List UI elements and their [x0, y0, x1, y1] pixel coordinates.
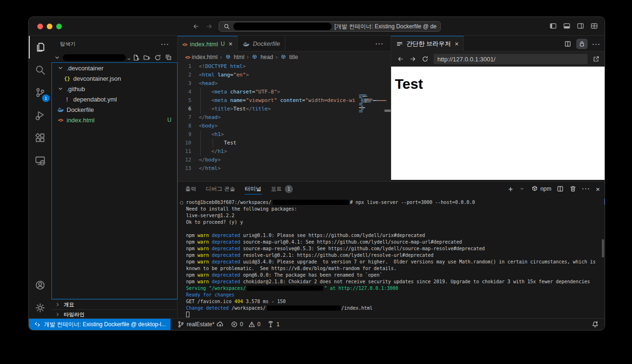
line-number: 11 [178, 147, 199, 156]
activity-source-control-button[interactable]: 1 [29, 81, 51, 104]
panel-tab-터미널[interactable]: 터미널 [245, 182, 261, 196]
code-line-4: 4 <meta charset="UTF-8"> [178, 88, 356, 96]
warning-icon [248, 321, 256, 328]
terminal-line: known to be problematic. See https://v8.… [178, 265, 601, 272]
toggle-secondary-sidebar-icon[interactable] [577, 22, 584, 30]
simple-browser-group: 간단한 브라우저 × ··· http://127.0.0.1:3001/ Te… [391, 36, 605, 181]
command-decoration-icon [180, 201, 183, 204]
minimize-window-button[interactable] [47, 24, 52, 29]
tree-item-Dockerfile[interactable]: Dockerfile [52, 104, 177, 115]
open-external-icon[interactable] [592, 55, 600, 63]
branch-status-item[interactable]: realEstate* [177, 321, 224, 328]
activity-run-debug-button[interactable] [29, 104, 51, 127]
terminal-line: npm warn deprecated source-map-url@0.4.1… [178, 239, 601, 245]
customize-layout-icon[interactable] [590, 22, 598, 30]
terminal-line: GET /favicon.ico 404 3.578 ms - 150 [178, 298, 601, 305]
collapse-folders-icon[interactable] [165, 54, 172, 61]
settings-button[interactable] [29, 296, 51, 319]
terminal-output[interactable]: root@1bceb0b3f607:/workspaces/# npx live… [178, 198, 601, 318]
activity-remote-explorer-button[interactable] [29, 149, 51, 172]
problems-status-item[interactable]: 0 0 [231, 321, 260, 328]
breadcrumb-item-head[interactable]: head [251, 53, 273, 61]
new-terminal-icon[interactable]: + [508, 185, 513, 193]
tab-Dockerfile[interactable]: Dockerfile [238, 36, 285, 51]
explorer-more-actions-icon[interactable]: ··· [161, 41, 170, 48]
zoom-window-button[interactable] [56, 24, 62, 29]
code-editor[interactable]: 1<!DOCTYPE html>2<html lang="en">3<head>… [178, 62, 391, 181]
command-center-search[interactable]: [개발 컨테이너: Existing Dockerfile @ desktop-… [219, 21, 441, 32]
kill-terminal-icon[interactable] [569, 185, 577, 193]
remote-indicator[interactable]: 개발 컨테이너: Existing Dockerfile @ desktop-l… [29, 319, 171, 330]
line-number: 12 [178, 156, 199, 164]
activity-extensions-button[interactable] [29, 127, 51, 149]
forward-arrow-icon[interactable] [205, 23, 213, 30]
url-input[interactable]: http://127.0.0.1:3001/ [434, 54, 588, 64]
account-icon [34, 279, 46, 291]
minimap[interactable] [357, 90, 385, 181]
panel-tab-출력[interactable]: 출력 [185, 182, 196, 196]
back-arrow-icon[interactable] [192, 23, 200, 30]
panel-more-actions-icon[interactable]: ··· [582, 186, 590, 192]
breadcrumb-item-index.html[interactable]: <>index.html [185, 54, 218, 60]
toggle-sidebar-icon[interactable] [549, 22, 557, 30]
tab-simple-browser[interactable]: 간단한 브라우저 × [391, 36, 464, 51]
new-folder-icon[interactable] [143, 54, 151, 61]
browser-back-icon[interactable] [397, 55, 404, 63]
terminal-profile-dropdown-icon[interactable] [520, 186, 524, 191]
html-file-icon: <> [182, 41, 187, 48]
refresh-explorer-icon[interactable] [154, 54, 162, 61]
ports-status-item[interactable]: 1 [267, 321, 280, 328]
tree-item-.devcontainer[interactable]: .devcontainer [52, 63, 177, 73]
notifications-bell-icon[interactable] [591, 321, 599, 328]
code-line-6: 6 <title>Test</title> [178, 105, 356, 113]
panel-tab-포트[interactable]: 포트1 [271, 182, 293, 196]
tab-modified-badge: U [221, 41, 225, 47]
panel-tab-label: 디버그 콘솔 [206, 186, 236, 193]
window-title-text: [개발 컨테이너: Existing Dockerfile @ desktop-… [334, 23, 436, 31]
close-window-button[interactable] [37, 24, 43, 29]
browser-forward-icon[interactable] [409, 55, 417, 63]
exclaim-file-icon: ! [63, 95, 71, 103]
terminal-instance-npm[interactable]: npm [531, 185, 551, 193]
panel-tab-bar: 출력디버그 콘솔터미널포트1 [178, 182, 293, 196]
tab-index.html[interactable]: <>index.htmlU× [178, 36, 238, 51]
accounts-button[interactable] [29, 274, 51, 296]
line-number: 9 [178, 130, 199, 139]
close-panel-icon[interactable]: × [596, 186, 600, 193]
new-file-icon[interactable] [132, 54, 140, 61]
panel-tab-디버그 콘솔[interactable]: 디버그 콘솔 [206, 182, 236, 196]
split-terminal-icon[interactable] [556, 185, 564, 193]
activity-explorer-button[interactable] [29, 36, 51, 59]
code-line-10: 10 Test [178, 139, 356, 147]
more-actions-icon[interactable]: ··· [592, 40, 601, 48]
tree-item-dependabot.yml[interactable]: !dependabot.yml [52, 94, 177, 104]
close-tab-icon[interactable]: × [455, 40, 459, 48]
lock-toggle[interactable] [576, 39, 588, 49]
redacted-text [267, 305, 341, 311]
activity-bar: 1 [29, 36, 51, 319]
close-tab-icon[interactable]: × [229, 40, 232, 48]
tree-item-devcontainer.json[interactable]: {}devcontainer.json [52, 73, 177, 84]
tree-item-index.html[interactable]: <>index.htmlU [52, 115, 177, 125]
breadcrumb-item-title[interactable]: title [280, 53, 298, 61]
code-line-13: 13</html> [178, 164, 356, 173]
outline-section-header[interactable]: 개요 [51, 299, 178, 309]
editor-more-actions-icon[interactable]: ··· [369, 36, 391, 51]
minimap-line [359, 91, 385, 92]
split-editor-icon[interactable] [564, 40, 572, 48]
breadcrumb-item-html[interactable]: html [224, 53, 245, 61]
terminal-scrollbar-slider[interactable] [602, 239, 604, 257]
code-line-3: 3<head> [178, 79, 356, 88]
tree-item-.github[interactable]: .github [52, 84, 177, 94]
panel-tab-label: 터미널 [245, 186, 261, 193]
activity-search-button[interactable] [29, 59, 51, 81]
workspace-section-header[interactable]: .. [51, 52, 177, 62]
code-line-2: 2<html lang="en"> [178, 71, 356, 79]
sync-cloud-upload-icon [216, 321, 224, 328]
code-line-11: 11 </h1> [178, 147, 356, 156]
ports-badge: 1 [285, 185, 293, 193]
toggle-panel-icon[interactable] [563, 22, 571, 30]
editor-scrollbar-slider[interactable] [384, 110, 391, 112]
timeline-section-header[interactable]: 타임라인 [51, 309, 178, 319]
browser-reload-icon[interactable] [421, 55, 429, 63]
